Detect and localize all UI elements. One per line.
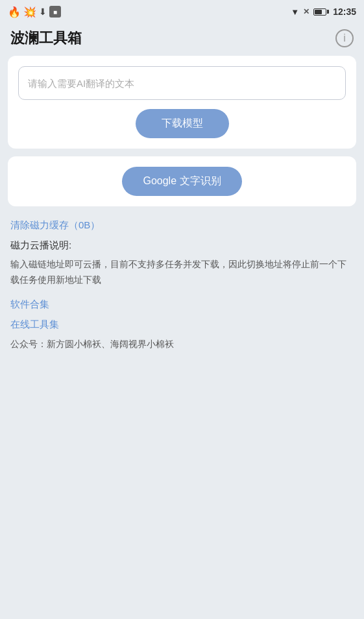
software-collection-link[interactable]: 软件合集 bbox=[10, 298, 354, 311]
translation-input[interactable] bbox=[18, 66, 346, 100]
app-title: 波澜工具箱 bbox=[10, 29, 82, 48]
wechat-info: 公众号：新方圆小棉袄、海阔视界小棉袄 bbox=[10, 339, 354, 350]
download-icon: ⬇ bbox=[39, 6, 47, 17]
header: 波澜工具箱 i bbox=[0, 23, 364, 56]
status-bar-right: ▼ ✕ 12:35 bbox=[291, 6, 356, 17]
clock: 12:35 bbox=[333, 6, 356, 17]
translation-card: 下载模型 bbox=[8, 56, 356, 149]
online-tools-link[interactable]: 在线工具集 bbox=[10, 319, 354, 331]
clear-cache-link[interactable]: 清除磁力缓存（0B） bbox=[10, 219, 100, 232]
battery-icon bbox=[313, 8, 329, 16]
flame-icon: 🔥 bbox=[8, 6, 21, 18]
fire-icon: 💥 bbox=[23, 6, 36, 18]
info-icon-label: i bbox=[343, 32, 346, 44]
google-ocr-card: Google 文字识别 bbox=[8, 156, 356, 206]
download-model-button[interactable]: 下载模型 bbox=[136, 109, 229, 138]
info-button[interactable]: i bbox=[335, 29, 354, 47]
status-bar-left: 🔥 💥 ⬇ ■ bbox=[8, 6, 61, 18]
app-icons: 🔥 💥 ⬇ ■ bbox=[8, 6, 61, 18]
wifi-icon: ▼ bbox=[291, 7, 299, 17]
status-bar: 🔥 💥 ⬇ ■ ▼ ✕ 12:35 bbox=[0, 0, 364, 23]
content-section: 清除磁力缓存（0B） 磁力云播说明: 输入磁链地址即可云播，目前不支持多任务并发… bbox=[0, 214, 364, 356]
signal-x-icon: ✕ bbox=[303, 7, 309, 16]
magnet-section-title: 磁力云播说明: bbox=[10, 239, 354, 252]
app-icon-box: ■ bbox=[49, 6, 61, 18]
google-ocr-button[interactable]: Google 文字识别 bbox=[122, 167, 241, 196]
magnet-description: 输入磁链地址即可云播，目前不支持多任务并发下载，因此切换地址将停止前一个下载任务… bbox=[10, 257, 354, 288]
